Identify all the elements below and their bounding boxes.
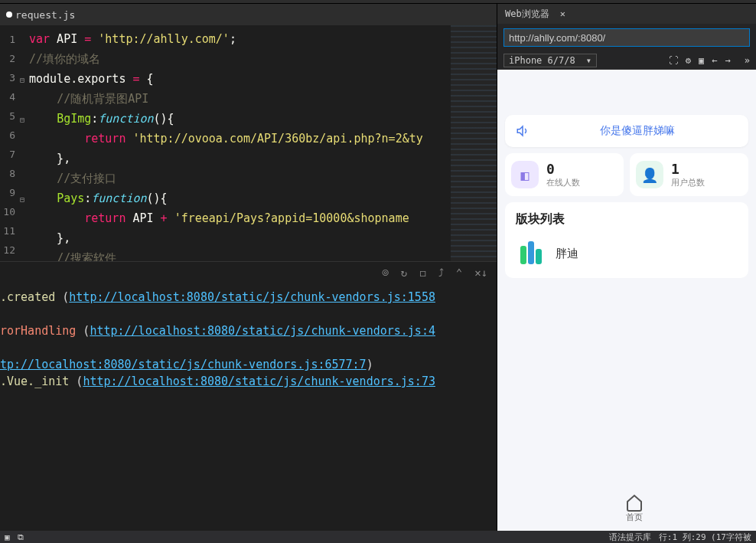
forum-section: 版块列表 胖迪: [505, 202, 748, 278]
step-icon[interactable]: ⤴: [438, 267, 444, 279]
svg-rect-1: [528, 241, 534, 264]
notice-text: 你是傻逼胖娣嘛: [600, 124, 675, 138]
clear-icon[interactable]: ✕↓: [474, 267, 487, 279]
split-icon[interactable]: ⧉: [18, 532, 24, 542]
browser-tab[interactable]: Web浏览器 ✕: [497, 4, 756, 24]
notice-card[interactable]: 你是傻逼胖娣嘛: [505, 115, 748, 147]
bug-icon[interactable]: ⌾: [382, 267, 388, 279]
address-bar[interactable]: [503, 28, 750, 47]
stat-online[interactable]: ◧ 0 在线人数: [505, 153, 624, 196]
browser-tab-label: Web浏览器: [505, 8, 549, 21]
forum-name: 胖迪: [556, 247, 578, 261]
stats-row: ◧ 0 在线人数 👤 1 用户总数: [505, 153, 748, 196]
device-selector[interactable]: iPhone 6/7/8 ▾: [503, 54, 597, 67]
status-bar: ▣ ⧉ 语法提示库 行:1 列:29 (17字符被: [0, 531, 756, 543]
more-icon[interactable]: »: [745, 55, 750, 66]
nav-home-label: 首页: [626, 512, 643, 523]
line-gutter: 1234567891011121314151617: [0, 25, 20, 261]
editor-area: request.js 1234567891011121314151617 var…: [0, 4, 497, 531]
stat-value: 0: [546, 161, 580, 177]
stop-icon[interactable]: ◻: [419, 267, 425, 279]
minimap[interactable]: [451, 25, 497, 261]
users-icon: 👤: [636, 161, 663, 188]
forum-icon: [516, 238, 546, 269]
stat-label: 在线人数: [546, 177, 580, 188]
terminal-icon[interactable]: ▣: [5, 532, 10, 542]
cursor-position[interactable]: 行:1 列:29 (17字符被: [659, 532, 751, 543]
syntax-hint[interactable]: 语法提示库: [609, 532, 651, 543]
browser-panel: Web浏览器 ✕ iPhone 6/7/8 ▾ ⛶ ⚙ ▣ ← → » 你是傻逼…: [497, 4, 756, 531]
debug-toolbar: ⌾ ↻ ◻ ⤴ ⌃ ✕↓: [0, 261, 497, 283]
back-icon[interactable]: ←: [712, 55, 717, 66]
forum-item[interactable]: 胖迪: [516, 238, 738, 269]
bottom-nav: 首页: [497, 493, 756, 523]
stat-users[interactable]: 👤 1 用户总数: [630, 153, 748, 196]
file-tab[interactable]: request.js: [0, 4, 497, 25]
collapse-up-icon[interactable]: ⌃: [456, 267, 462, 279]
stat-value: 1: [671, 161, 705, 177]
mobile-preview[interactable]: 你是傻逼胖娣嘛 ◧ 0 在线人数 👤 1 用户总数 版块列表: [497, 70, 756, 531]
modified-dot-icon: [6, 11, 12, 18]
stat-label: 用户总数: [671, 177, 705, 188]
speaker-icon: [516, 124, 530, 138]
section-title: 版块列表: [516, 211, 738, 227]
chevron-down-icon: ▾: [586, 55, 591, 66]
url-input[interactable]: [509, 32, 745, 44]
fullscreen-icon[interactable]: ⛶: [669, 55, 678, 66]
svg-rect-2: [536, 249, 542, 264]
svg-rect-0: [520, 246, 526, 264]
code-editor[interactable]: 1234567891011121314151617 var API = 'htt…: [0, 25, 497, 261]
online-icon: ◧: [511, 161, 539, 188]
restart-icon[interactable]: ↻: [401, 267, 407, 279]
debug-console[interactable]: .created (http://localhost:8080/static/j…: [0, 283, 497, 531]
devtools-toolbar: iPhone 6/7/8 ▾ ⛶ ⚙ ▣ ← → »: [497, 51, 756, 70]
forward-icon[interactable]: →: [725, 55, 731, 66]
code-content[interactable]: var API = 'http://ahlly.com/'; //填你的域名⊟m…: [20, 25, 451, 261]
reload-icon[interactable]: ▣: [699, 55, 704, 66]
home-icon[interactable]: [625, 493, 644, 512]
close-icon[interactable]: ✕: [560, 8, 565, 19]
gear-icon[interactable]: ⚙: [686, 55, 691, 66]
file-tab-label: request.js: [15, 9, 75, 21]
